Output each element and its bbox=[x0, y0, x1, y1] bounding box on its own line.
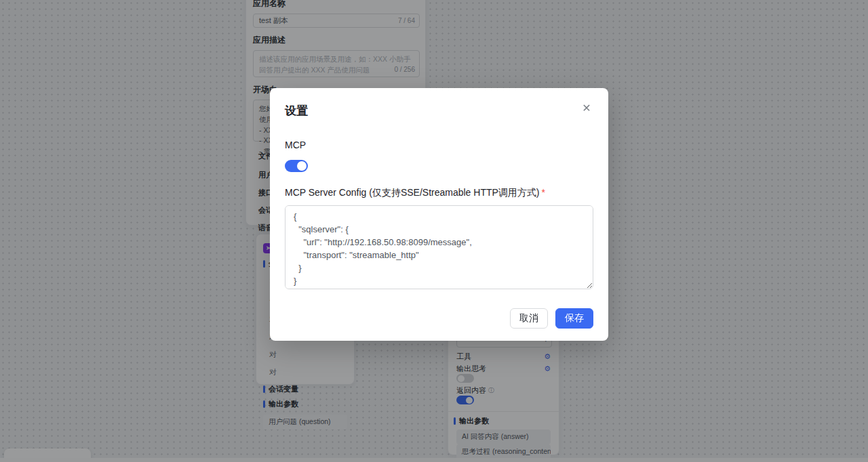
required-asterisk: * bbox=[542, 187, 545, 198]
save-button[interactable]: 保存 bbox=[555, 308, 593, 329]
mcp-label: MCP bbox=[285, 140, 593, 150]
cancel-button[interactable]: 取消 bbox=[510, 308, 548, 329]
close-icon[interactable]: ✕ bbox=[578, 100, 595, 116]
workflow-canvas: 应用名称 test 副本 7 / 64 应用描述 描述该应用的应用场景及用途，如… bbox=[0, 0, 868, 462]
toggle-knob bbox=[297, 161, 307, 171]
modal-title: 设置 bbox=[285, 103, 593, 119]
settings-modal: 设置 ✕ MCP MCP Server Config (仅支持SSE/Strea… bbox=[270, 88, 608, 341]
mcp-toggle[interactable] bbox=[285, 160, 308, 172]
mcp-config-label: MCP Server Config (仅支持SSE/Streamable HTT… bbox=[285, 187, 593, 199]
mcp-config-textarea[interactable]: { "sqlserver": { "url": "http://192.168.… bbox=[285, 205, 593, 289]
